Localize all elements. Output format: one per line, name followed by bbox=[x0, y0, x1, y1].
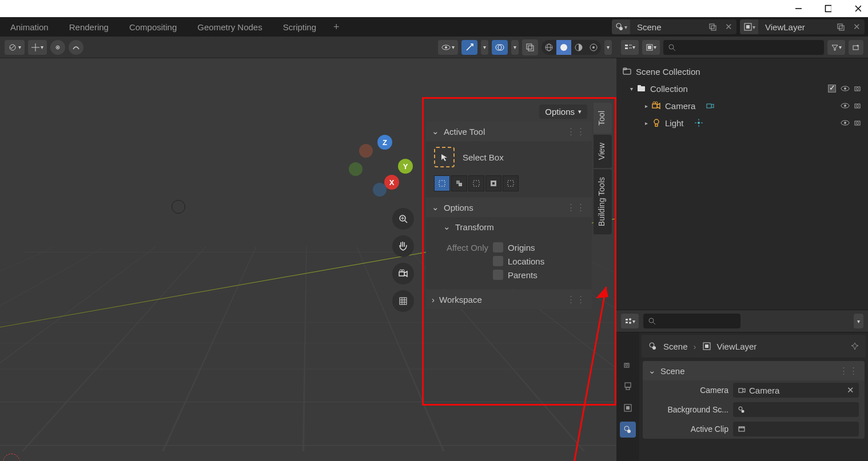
ptab-output[interactable] bbox=[620, 378, 636, 394]
visibility-dropdown[interactable]: ▾ bbox=[438, 40, 458, 55]
xray-toggle[interactable] bbox=[522, 39, 538, 55]
background-scene-field[interactable] bbox=[733, 402, 859, 417]
disclosure-triangle-icon[interactable]: ▾ bbox=[630, 86, 633, 92]
tab-geometry-nodes[interactable]: Geometry Nodes bbox=[187, 17, 272, 37]
section-header-active-tool[interactable]: ⌄ Active Tool ⋮⋮ bbox=[426, 122, 592, 141]
tree-row-collection[interactable]: ▾ Collection bbox=[619, 80, 866, 97]
perspective-toggle-button[interactable] bbox=[392, 290, 414, 312]
ptab-viewlayer[interactable] bbox=[620, 400, 636, 416]
vtab-building-tools[interactable]: Building Tools bbox=[594, 169, 612, 234]
tab-scripting[interactable]: Scripting bbox=[273, 17, 327, 37]
select-mode-subtract[interactable] bbox=[468, 175, 484, 191]
gizmo-axis-y[interactable]: Y bbox=[398, 159, 413, 174]
shading-solid[interactable] bbox=[556, 40, 571, 55]
outliner-search[interactable] bbox=[663, 40, 824, 55]
ptab-render[interactable] bbox=[620, 356, 636, 372]
eye-icon[interactable] bbox=[841, 102, 850, 109]
viewlayer-new-button[interactable] bbox=[834, 20, 847, 34]
drag-handle-icon[interactable]: ⋮⋮ bbox=[567, 202, 586, 213]
subsection-header-transform[interactable]: ⌄ Transform bbox=[426, 217, 592, 236]
select-mode-set[interactable] bbox=[434, 175, 450, 191]
scene-new-linked-button[interactable] bbox=[706, 20, 719, 34]
section-header-scene-props[interactable]: ⌄ Scene ⋮⋮ bbox=[643, 361, 865, 380]
outliner-filter-button[interactable]: ▾ bbox=[827, 40, 845, 55]
snap-curve-icon[interactable] bbox=[69, 40, 83, 55]
outliner-display-mode[interactable]: ▾ bbox=[642, 40, 660, 55]
vtab-view[interactable]: View bbox=[594, 135, 612, 168]
camera-field-clear[interactable]: ✕ bbox=[847, 385, 854, 395]
properties-breadcrumb: Scene › ViewLayer bbox=[642, 335, 866, 358]
properties-editor-type[interactable]: ▾ bbox=[621, 314, 639, 328]
select-mode-extend[interactable] bbox=[451, 175, 467, 191]
gizmo-axis-x[interactable]: X bbox=[384, 175, 399, 190]
gizmo-toggle[interactable] bbox=[461, 40, 477, 55]
shading-material[interactable] bbox=[571, 40, 586, 55]
tree-row-scene-collection[interactable]: Scene Collection bbox=[619, 63, 866, 80]
eye-icon[interactable] bbox=[841, 85, 850, 92]
window-maximize-button[interactable] bbox=[825, 5, 831, 12]
tab-compositing[interactable]: Compositing bbox=[119, 17, 187, 37]
gizmo-dropdown[interactable]: ▾ bbox=[481, 40, 488, 55]
drag-handle-icon[interactable]: ⋮⋮ bbox=[567, 126, 586, 137]
svg-point-16 bbox=[57, 46, 59, 48]
svg-rect-37 bbox=[400, 298, 407, 304]
crumb-scene[interactable]: Scene bbox=[663, 342, 688, 351]
3d-viewport[interactable]: Z Y X Options ▾ ⌄ Active Tool bbox=[0, 58, 616, 461]
section-header-workspace[interactable]: › Workspace ⋮⋮ bbox=[426, 290, 592, 309]
section-header-options[interactable]: ⌄ Options ⋮⋮ bbox=[426, 198, 592, 217]
camera-field-value[interactable]: Camera ✕ bbox=[733, 383, 859, 398]
checkbox-parents[interactable] bbox=[493, 270, 503, 280]
select-mode-intersect[interactable] bbox=[503, 175, 519, 191]
outliner-editor-type[interactable]: ▾ bbox=[621, 40, 639, 55]
scene-selector[interactable]: ▾ Scene ✕ bbox=[612, 19, 736, 34]
pan-button[interactable] bbox=[392, 235, 414, 257]
viewlayer-name[interactable]: ViewLayer bbox=[758, 22, 833, 32]
select-mode-invert[interactable] bbox=[485, 175, 501, 191]
tree-row-light[interactable]: ▸ Light bbox=[619, 114, 866, 131]
eye-icon[interactable] bbox=[841, 119, 850, 126]
properties-search[interactable] bbox=[643, 314, 740, 328]
tab-animation[interactable]: Animation bbox=[0, 17, 59, 37]
disclosure-triangle-icon[interactable]: ▸ bbox=[645, 103, 648, 109]
camera-render-icon[interactable] bbox=[854, 102, 862, 109]
window-close-button[interactable] bbox=[854, 5, 861, 12]
overlay-toggle[interactable] bbox=[492, 40, 508, 55]
checkbox-locations[interactable] bbox=[493, 256, 503, 266]
active-clip-field[interactable] bbox=[733, 422, 859, 436]
collection-checkbox[interactable] bbox=[828, 85, 836, 93]
properties-options-dropdown[interactable]: ▾ bbox=[854, 314, 863, 328]
tree-row-camera[interactable]: ▸ Camera bbox=[619, 97, 866, 114]
gizmo-axis-z[interactable]: Z bbox=[377, 135, 392, 150]
crumb-viewlayer[interactable]: ViewLayer bbox=[717, 342, 757, 351]
camera-render-icon[interactable] bbox=[854, 119, 862, 126]
scene-name[interactable]: Scene bbox=[630, 22, 704, 32]
camera-render-icon[interactable] bbox=[854, 85, 862, 92]
shading-wireframe[interactable] bbox=[541, 40, 556, 55]
scene-delete-button[interactable]: ✕ bbox=[722, 20, 735, 34]
camera-view-button[interactable] bbox=[392, 263, 414, 284]
viewlayer-delete-button[interactable]: ✕ bbox=[850, 20, 863, 34]
zoom-button[interactable] bbox=[392, 208, 414, 230]
pivot-icon[interactable] bbox=[50, 40, 65, 55]
options-dropdown[interactable]: Options ▾ bbox=[539, 105, 587, 119]
ptab-scene[interactable] bbox=[620, 422, 636, 438]
cursor-tool-icon[interactable]: ▾ bbox=[28, 40, 47, 55]
disclosure-triangle-icon[interactable]: ▸ bbox=[645, 120, 648, 126]
window-minimize-button[interactable] bbox=[795, 5, 802, 12]
shading-rendered[interactable] bbox=[586, 40, 601, 55]
tab-rendering[interactable]: Rendering bbox=[59, 17, 119, 37]
vtab-tool[interactable]: Tool bbox=[594, 103, 612, 134]
shading-dropdown[interactable]: ▾ bbox=[604, 40, 612, 55]
tab-add-button[interactable]: + bbox=[327, 21, 347, 33]
overlay-dropdown[interactable]: ▾ bbox=[511, 40, 519, 55]
drag-handle-icon[interactable]: ⋮⋮ bbox=[567, 294, 586, 304]
chevron-down-icon: ⌄ bbox=[432, 202, 439, 213]
svg-rect-48 bbox=[492, 182, 495, 185]
pin-icon[interactable] bbox=[851, 342, 859, 350]
outliner-new-collection-button[interactable] bbox=[849, 40, 863, 55]
editor-type-dropdown[interactable]: ▾ bbox=[5, 40, 25, 55]
checkbox-origins[interactable] bbox=[493, 242, 503, 252]
drag-handle-icon[interactable]: ⋮⋮ bbox=[839, 366, 859, 376]
viewlayer-selector[interactable]: ▾ ViewLayer ✕ bbox=[740, 19, 865, 34]
navigation-gizmo[interactable]: Z Y X bbox=[349, 134, 417, 202]
